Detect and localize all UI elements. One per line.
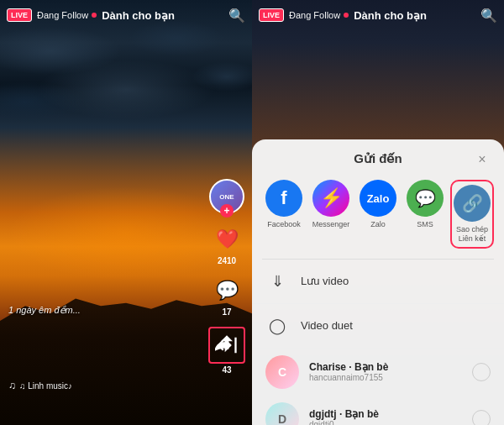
right-panel: LIVE Đang Follow Dành cho bạn 🔍 Gửi đến … <box>252 0 504 425</box>
comment-count: 17 <box>222 307 231 317</box>
close-button[interactable]: × <box>472 150 492 170</box>
like-count: 2410 <box>218 256 236 265</box>
creator-avatar: ONE + <box>209 179 244 214</box>
comment-icon: 💬 <box>212 275 242 306</box>
sms-label: SMS <box>417 220 433 229</box>
dgjdtj-select[interactable] <box>472 410 491 425</box>
zalo-label: Zalo <box>370 220 386 229</box>
share-arrow-icon <box>212 330 242 360</box>
nav-danhcho-left[interactable]: Dành cho bạn <box>102 9 228 22</box>
share-facebook[interactable]: f Facebook <box>262 180 306 249</box>
top-nav-right: LIVE Đang Follow Dành cho bạn 🔍 <box>252 0 504 30</box>
save-video-label: Lưu video <box>301 275 349 287</box>
search-icon-right[interactable]: 🔍 <box>480 8 497 24</box>
app-icons-row: f Facebook ⚡ Messenger Zalo Zalo <box>252 173 504 259</box>
dgjdtj-info: dgjdtj · Bạn bè dgjdtj0 <box>309 408 462 425</box>
dgjdtj-username: dgjdtj0 <box>309 420 462 425</box>
comment-button[interactable]: 💬 17 <box>212 275 242 317</box>
dgjdtj-avatar: D <box>265 402 299 425</box>
save-video-item[interactable]: ⇓ Lưu video <box>252 260 504 304</box>
sms-icon: 💬 <box>407 180 444 217</box>
charise-username: hancuannaimo7155 <box>309 373 462 382</box>
share-button[interactable]: 43 <box>208 327 245 375</box>
left-panel: LIVE Đang Follow Dành cho bạn 🔍 1 ngày ê… <box>0 0 252 425</box>
share-highlight-border <box>208 327 245 364</box>
share-count: 43 <box>222 365 231 375</box>
live-badge-right: LIVE <box>259 8 284 22</box>
share-sheet: Gửi đến × f Facebook ⚡ Messenger <box>252 139 504 425</box>
nav-follow-right[interactable]: Đang Follow <box>289 10 340 20</box>
follow-plus-badge: + <box>220 204 234 218</box>
dgjdtj-name: dgjdtj · Bạn bè <box>309 408 462 420</box>
share-title: Gửi đến <box>354 151 402 166</box>
duet-icon: ◯ <box>265 314 289 338</box>
follow-dot-left <box>92 13 97 18</box>
zalo-icon: Zalo <box>360 180 396 217</box>
share-messenger[interactable]: ⚡ Messenger <box>309 180 353 249</box>
facebook-icon: f <box>265 180 302 217</box>
music-text: ♫ Linh music♪ <box>19 381 72 391</box>
charise-info: Charise · Bạn bè hancuannaimo7155 <box>309 361 462 382</box>
contact-dgjdtj[interactable]: D dgjdtj · Bạn bè dgjdtj0 <box>252 396 504 425</box>
creator-avatar-btn[interactable]: ONE + <box>209 179 244 214</box>
search-icon-left[interactable]: 🔍 <box>228 8 245 24</box>
copy-link-icon: 🔗 <box>454 185 491 222</box>
share-zalo[interactable]: Zalo Zalo <box>356 180 400 249</box>
share-copy-link[interactable]: 🔗 Sao chépLiên kết <box>450 180 494 249</box>
nav-follow-left[interactable]: Đang Follow <box>37 10 88 20</box>
avatar-text: ONE <box>219 193 234 201</box>
contact-list: C Charise · Bạn bè hancuannaimo7155 D dg… <box>252 349 504 425</box>
caption: 1 ngày êm đềm... <box>8 305 81 316</box>
music-note-icon: ♫ <box>8 380 16 391</box>
facebook-label: Facebook <box>267 220 301 229</box>
charise-avatar: C <box>265 355 299 389</box>
copy-link-label: Sao chépLiên kết <box>456 225 488 244</box>
right-icons: ONE + ❤️ 2410 💬 17 <box>208 179 245 375</box>
music-label: ♫ ♫ Linh music♪ <box>8 380 72 391</box>
share-header: Gửi đến × <box>252 139 504 173</box>
follow-dot-right <box>344 13 349 18</box>
charise-name: Charise · Bạn bè <box>309 361 462 373</box>
duet-video-label: Video duet <box>301 319 353 332</box>
live-badge-left: LIVE <box>7 8 32 22</box>
top-nav-left: LIVE Đang Follow Dành cho bạn 🔍 <box>0 0 252 30</box>
charise-select[interactable] <box>472 363 491 381</box>
heart-icon: ❤️ <box>212 224 242 254</box>
messenger-label: Messenger <box>312 220 350 229</box>
share-sms[interactable]: 💬 SMS <box>403 180 447 249</box>
messenger-icon: ⚡ <box>312 180 349 217</box>
contact-charise[interactable]: C Charise · Bạn bè hancuannaimo7155 <box>252 349 504 396</box>
like-button[interactable]: ❤️ 2410 <box>212 224 242 265</box>
duet-video-item[interactable]: ◯ Video duet <box>252 304 504 349</box>
download-icon: ⇓ <box>265 270 289 293</box>
nav-danhcho-right[interactable]: Dành cho bạn <box>354 9 480 22</box>
